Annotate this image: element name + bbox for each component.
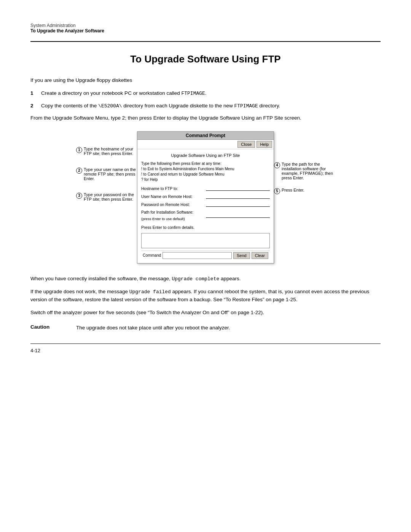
username-label: User Name on Remote Host: xyxy=(141,193,206,200)
dialog-toolbar: Close Help xyxy=(137,140,274,149)
breadcrumb-line1: System Administration xyxy=(30,23,381,28)
top-rule xyxy=(30,41,381,42)
command-prompt-dialog: Command Prompt Close Help Upgrade Softwa… xyxy=(137,131,274,264)
callout-4: 4 Type the path for the installation sof… xyxy=(274,162,335,180)
path-label: Path for Installation Software: (press E… xyxy=(141,209,206,222)
step-1-code: FTPIMAGE xyxy=(181,91,205,96)
step-2-code2: FTPIMAGE xyxy=(234,103,258,109)
breadcrumb-section: System Administration To Upgrade the Ana… xyxy=(30,23,381,34)
appears-text: appears. xyxy=(219,276,241,281)
instr-line3: ! to Cancel and return to Upgrade Softwa… xyxy=(141,172,270,177)
left-callouts: 1 Type the hostname of your FTP site; th… xyxy=(76,131,137,201)
upgrade-complete-code: Upgrade complete xyxy=(172,276,219,282)
step-1-content: Create a directory on your notebook PC o… xyxy=(41,89,381,97)
step-2-text3: directory. xyxy=(258,103,280,109)
clear-button[interactable]: Clear xyxy=(252,252,268,259)
step-2: 2 Copy the contents of the \E5200A\ dire… xyxy=(30,102,381,110)
command-input[interactable] xyxy=(162,252,232,259)
password-value xyxy=(206,202,270,207)
callout-5-text: Press Enter. xyxy=(282,188,304,192)
password-label: Password on Remote Host: xyxy=(141,201,206,208)
step-2-text2: directory from each Upgrade diskette to … xyxy=(122,103,234,109)
if-upgrade-text: If the upgrade does not work, the messag… xyxy=(30,288,381,304)
switch-text: Switch off the analyzer power for five s… xyxy=(30,309,381,316)
instr-line2: ! to Exit to System Administration Funct… xyxy=(141,166,270,172)
step-1-number: 1 xyxy=(30,89,38,97)
callout-1-text: Type the hostname of your FTP site; then… xyxy=(84,147,137,156)
caution-label: Caution xyxy=(30,324,68,330)
from-text: From the Upgrade Software Menu, type 2; … xyxy=(30,114,381,122)
figure-wrapper: 1 Type the hostname of your FTP site; th… xyxy=(30,128,381,267)
username-row: User Name on Remote Host: xyxy=(141,193,270,200)
bottom-rule xyxy=(30,343,381,344)
breadcrumb-line2: To Upgrade the Analyzer Software xyxy=(30,28,381,34)
dialog-title-bar: Command Prompt xyxy=(137,132,274,140)
if-text-before: If the upgrade does not work, the messag… xyxy=(30,289,129,294)
username-value xyxy=(206,194,270,199)
callout-5: 5 Press Enter. xyxy=(274,188,335,194)
callout-3: 3 Type your password on the FTP site; th… xyxy=(76,192,137,201)
password-row: Password on Remote Host: xyxy=(141,201,270,208)
callout-1-num: 1 xyxy=(76,147,82,153)
callout-2: 2 Type your user name on the remote FTP … xyxy=(76,167,137,181)
page-container: System Administration To Upgrade the Ana… xyxy=(0,0,411,532)
when-text-before: When you have correctly installed the so… xyxy=(30,276,172,281)
upgrade-failed-code: Upgrade failed xyxy=(129,289,171,295)
step-2-number: 2 xyxy=(30,102,38,110)
callout-2-num: 2 xyxy=(76,168,82,174)
help-button[interactable]: Help xyxy=(256,141,272,148)
path-value xyxy=(206,213,270,218)
hostname-value xyxy=(206,186,270,191)
page-number: 4-12 xyxy=(30,348,381,353)
dialog-body: Upgrade Software Using an FTP Site Type … xyxy=(137,149,274,263)
instr-line4: ? for Help xyxy=(141,177,270,182)
path-label-text: Path for Installation Software: xyxy=(141,210,193,214)
textarea-area[interactable] xyxy=(141,233,270,248)
step-2-text1: Copy the contents of the xyxy=(41,103,98,109)
bottom-section: When you have correctly installed the so… xyxy=(30,275,381,332)
path-row: Path for Installation Software: (press E… xyxy=(141,209,270,222)
dialog-subtitle: Upgrade Software Using an FTP Site xyxy=(141,152,270,159)
right-callouts: 4 Type the path for the installation sof… xyxy=(274,131,335,194)
callout-4-num: 4 xyxy=(274,162,280,168)
step-1: 1 Create a directory on your notebook PC… xyxy=(30,89,381,97)
dialog-instructions: Type the following then press Enter at a… xyxy=(141,161,270,182)
callout-2-text: Type your user name on the remote FTP si… xyxy=(84,167,137,181)
command-label: Command xyxy=(143,252,161,259)
send-button[interactable]: Send xyxy=(233,252,250,259)
callout-5-num: 5 xyxy=(274,188,280,194)
confirm-text: Press Enter to confirm details. xyxy=(141,224,270,231)
callout-3-num: 3 xyxy=(76,193,82,199)
hostname-label: Hostname to FTP to: xyxy=(141,185,206,192)
caution-text: The upgrade does not take place until af… xyxy=(76,324,381,332)
instr-line1: Type the following then press Enter at a… xyxy=(141,161,270,166)
caution-row: Caution The upgrade does not take place … xyxy=(30,324,381,332)
step-2-content: Copy the contents of the \E5200A\ direct… xyxy=(41,102,381,110)
callout-1: 1 Type the hostname of your FTP site; th… xyxy=(76,147,137,156)
dialog-bottom-bar: Command Send Clear xyxy=(141,251,270,260)
callout-4-text: Type the path for the installation softw… xyxy=(282,162,335,180)
step-1-period: . xyxy=(205,90,207,96)
chapter-title: To Upgrade Software Using FTP xyxy=(30,53,381,65)
path-label-sub: (press Enter to use default) xyxy=(141,217,185,221)
step-1-text: Create a directory on your notebook PC o… xyxy=(41,90,181,96)
intro-text: If you are using the Upgrade floppy disk… xyxy=(30,77,381,84)
when-text: When you have correctly installed the so… xyxy=(30,275,381,283)
close-button[interactable]: Close xyxy=(237,141,255,148)
callout-3-text: Type your password on the FTP site; then… xyxy=(84,192,137,201)
step-2-code1: \E5200A\ xyxy=(98,103,122,109)
hostname-row: Hostname to FTP to: xyxy=(141,185,270,192)
